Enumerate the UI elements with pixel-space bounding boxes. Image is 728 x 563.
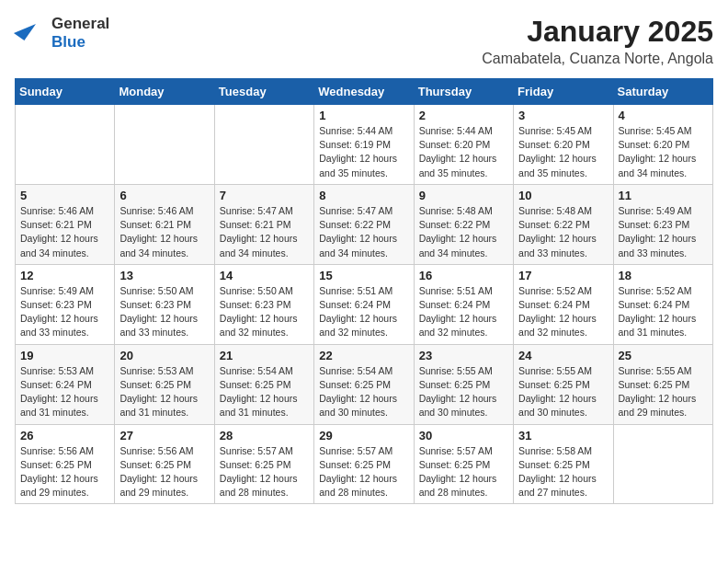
day-info: Sunrise: 5:45 AM Sunset: 6:20 PM Dayligh… [518,124,608,180]
calendar-table: SundayMondayTuesdayWednesdayThursdayFrid… [15,78,713,504]
day-number: 9 [419,189,508,202]
day-number: 1 [319,109,408,122]
day-info: Sunrise: 5:53 AM Sunset: 6:25 PM Dayligh… [119,364,209,420]
day-info: Sunrise: 5:49 AM Sunset: 6:23 PM Dayligh… [619,204,708,260]
logo-general: General [51,15,109,33]
calendar-day-cell: 17Sunrise: 5:52 AM Sunset: 6:24 PM Dayli… [514,264,613,344]
day-number: 28 [220,429,309,442]
day-number: 29 [319,429,408,442]
calendar-day-cell: 7Sunrise: 5:47 AM Sunset: 6:21 PM Daylig… [214,184,313,264]
logo: General Blue [15,15,109,52]
logo-text: General Blue [51,15,109,52]
calendar-subtitle: Camabatela, Cuanza Norte, Angola [482,51,713,67]
day-number: 18 [619,269,708,282]
day-number: 22 [319,349,408,362]
page-header: General Blue January 2025 Camabatela, Cu… [15,15,713,67]
day-info: Sunrise: 5:47 AM Sunset: 6:21 PM Dayligh… [220,204,309,260]
day-number: 11 [619,189,708,202]
day-info: Sunrise: 5:49 AM Sunset: 6:23 PM Dayligh… [20,284,109,340]
day-info: Sunrise: 5:51 AM Sunset: 6:24 PM Dayligh… [419,284,508,340]
day-info: Sunrise: 5:57 AM Sunset: 6:25 PM Dayligh… [220,444,309,500]
day-info: Sunrise: 5:53 AM Sunset: 6:24 PM Dayligh… [20,364,109,420]
day-info: Sunrise: 5:51 AM Sunset: 6:24 PM Dayligh… [319,284,408,340]
day-number: 15 [319,269,408,282]
day-info: Sunrise: 5:54 AM Sunset: 6:25 PM Dayligh… [319,364,408,420]
calendar-day-cell: 10Sunrise: 5:48 AM Sunset: 6:22 PM Dayli… [514,184,613,264]
day-number: 31 [518,429,608,442]
day-info: Sunrise: 5:52 AM Sunset: 6:24 PM Dayligh… [518,284,608,340]
day-info: Sunrise: 5:58 AM Sunset: 6:25 PM Dayligh… [518,444,608,500]
calendar-day-cell: 15Sunrise: 5:51 AM Sunset: 6:24 PM Dayli… [314,264,414,344]
day-info: Sunrise: 5:57 AM Sunset: 6:25 PM Dayligh… [419,444,508,500]
calendar-day-cell: 21Sunrise: 5:54 AM Sunset: 6:25 PM Dayli… [214,344,313,424]
calendar-day-cell: 29Sunrise: 5:57 AM Sunset: 6:25 PM Dayli… [314,424,414,504]
day-header-thursday: Thursday [414,79,513,105]
day-number: 12 [20,269,109,282]
day-info: Sunrise: 5:48 AM Sunset: 6:22 PM Dayligh… [419,204,508,260]
day-info: Sunrise: 5:52 AM Sunset: 6:24 PM Dayligh… [619,284,708,340]
day-header-tuesday: Tuesday [214,79,313,105]
day-info: Sunrise: 5:50 AM Sunset: 6:23 PM Dayligh… [220,284,309,340]
calendar-day-cell: 9Sunrise: 5:48 AM Sunset: 6:22 PM Daylig… [414,184,513,264]
day-number: 10 [518,189,608,202]
calendar-day-cell: 27Sunrise: 5:56 AM Sunset: 6:25 PM Dayli… [115,424,214,504]
calendar-day-cell: 24Sunrise: 5:55 AM Sunset: 6:25 PM Dayli… [514,344,613,424]
day-number: 2 [419,109,508,122]
day-header-sunday: Sunday [16,79,115,105]
day-number: 24 [518,349,608,362]
calendar-day-cell: 11Sunrise: 5:49 AM Sunset: 6:23 PM Dayli… [613,184,712,264]
day-number: 17 [518,269,608,282]
calendar-day-cell: 25Sunrise: 5:55 AM Sunset: 6:25 PM Dayli… [613,344,712,424]
day-number: 16 [419,269,508,282]
calendar-day-cell: 12Sunrise: 5:49 AM Sunset: 6:23 PM Dayli… [16,264,115,344]
day-number: 20 [119,349,209,362]
day-number: 25 [619,349,708,362]
day-info: Sunrise: 5:44 AM Sunset: 6:20 PM Dayligh… [419,124,508,180]
calendar-day-cell: 30Sunrise: 5:57 AM Sunset: 6:25 PM Dayli… [414,424,513,504]
calendar-title: January 2025 [482,15,713,49]
day-info: Sunrise: 5:45 AM Sunset: 6:20 PM Dayligh… [619,124,708,180]
day-info: Sunrise: 5:54 AM Sunset: 6:25 PM Dayligh… [220,364,309,420]
calendar-day-cell: 2Sunrise: 5:44 AM Sunset: 6:20 PM Daylig… [414,105,513,185]
day-info: Sunrise: 5:50 AM Sunset: 6:23 PM Dayligh… [119,284,209,340]
calendar-day-cell: 31Sunrise: 5:58 AM Sunset: 6:25 PM Dayli… [514,424,613,504]
day-number: 27 [119,429,209,442]
calendar-day-cell: 16Sunrise: 5:51 AM Sunset: 6:24 PM Dayli… [414,264,513,344]
day-number: 30 [419,429,508,442]
calendar-header-row: SundayMondayTuesdayWednesdayThursdayFrid… [16,79,713,105]
day-number: 8 [319,189,408,202]
day-info: Sunrise: 5:44 AM Sunset: 6:19 PM Dayligh… [319,124,408,180]
calendar-week-row: 5Sunrise: 5:46 AM Sunset: 6:21 PM Daylig… [16,184,713,264]
day-number: 5 [20,189,109,202]
calendar-day-cell [115,105,214,185]
calendar-day-cell: 22Sunrise: 5:54 AM Sunset: 6:25 PM Dayli… [314,344,414,424]
calendar-week-row: 12Sunrise: 5:49 AM Sunset: 6:23 PM Dayli… [16,264,713,344]
logo-blue: Blue [51,33,109,52]
day-number: 26 [20,429,109,442]
day-header-monday: Monday [115,79,214,105]
day-info: Sunrise: 5:55 AM Sunset: 6:25 PM Dayligh… [518,364,608,420]
day-info: Sunrise: 5:55 AM Sunset: 6:25 PM Dayligh… [419,364,508,420]
day-info: Sunrise: 5:47 AM Sunset: 6:22 PM Dayligh… [319,204,408,260]
calendar-day-cell: 23Sunrise: 5:55 AM Sunset: 6:25 PM Dayli… [414,344,513,424]
calendar-day-cell: 14Sunrise: 5:50 AM Sunset: 6:23 PM Dayli… [214,264,313,344]
calendar-day-cell: 1Sunrise: 5:44 AM Sunset: 6:19 PM Daylig… [314,105,414,185]
calendar-day-cell: 19Sunrise: 5:53 AM Sunset: 6:24 PM Dayli… [16,344,115,424]
calendar-day-cell: 3Sunrise: 5:45 AM Sunset: 6:20 PM Daylig… [514,105,613,185]
calendar-week-row: 1Sunrise: 5:44 AM Sunset: 6:19 PM Daylig… [16,105,713,185]
day-number: 14 [220,269,309,282]
day-number: 23 [419,349,508,362]
calendar-day-cell: 20Sunrise: 5:53 AM Sunset: 6:25 PM Dayli… [115,344,214,424]
calendar-day-cell: 8Sunrise: 5:47 AM Sunset: 6:22 PM Daylig… [314,184,414,264]
title-section: January 2025 Camabatela, Cuanza Norte, A… [482,15,713,67]
calendar-day-cell [613,424,712,504]
day-number: 7 [220,189,309,202]
day-number: 13 [119,269,209,282]
day-number: 4 [619,109,708,122]
day-header-wednesday: Wednesday [314,79,414,105]
day-info: Sunrise: 5:57 AM Sunset: 6:25 PM Dayligh… [319,444,408,500]
calendar-day-cell: 6Sunrise: 5:46 AM Sunset: 6:21 PM Daylig… [115,184,214,264]
calendar-day-cell: 26Sunrise: 5:56 AM Sunset: 6:25 PM Dayli… [16,424,115,504]
calendar-day-cell [16,105,115,185]
calendar-day-cell: 28Sunrise: 5:57 AM Sunset: 6:25 PM Dayli… [214,424,313,504]
